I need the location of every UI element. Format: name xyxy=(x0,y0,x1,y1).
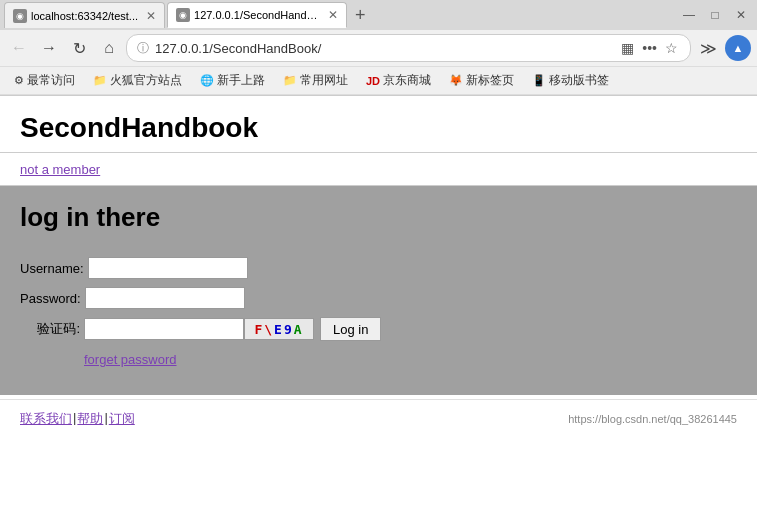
footer-sep-1: | xyxy=(73,410,76,428)
bookmark-mobile-label: 移动版书签 xyxy=(549,72,609,89)
footer-url: https://blog.csdn.net/qq_38261445 xyxy=(568,413,737,425)
password-label: Password: xyxy=(20,291,81,306)
bookmarks-bar: ⚙ 最常访问 📁 火狐官方站点 🌐 新手上路 📁 常用网址 JD 京东商城 🦊 … xyxy=(0,67,757,95)
captcha-char-1: F\ xyxy=(254,322,274,337)
new-user-icon: 🌐 xyxy=(200,74,214,87)
captcha-label: 验证码: xyxy=(20,320,80,338)
bookmark-star-icon[interactable]: ☆ xyxy=(663,38,680,58)
captcha-char-2: E9 xyxy=(274,322,294,337)
more-icon[interactable]: ••• xyxy=(640,38,659,58)
tab-2-favicon: ◉ xyxy=(176,8,190,22)
close-button[interactable]: ✕ xyxy=(729,3,753,27)
bookmark-firefox-official[interactable]: 📁 火狐官方站点 xyxy=(87,70,188,91)
tab-bar: ◉ localhost:63342/test... ✕ ◉ 127.0.0.1/… xyxy=(0,0,757,30)
forward-button[interactable]: → xyxy=(36,35,62,61)
footer-link-contact[interactable]: 联系我们 xyxy=(20,410,72,428)
tab-1-close[interactable]: ✕ xyxy=(146,9,156,23)
firefox-icon: 📁 xyxy=(93,74,107,87)
bookmark-common-urls-label: 常用网址 xyxy=(300,72,348,89)
page-title: SecondHandbook xyxy=(20,112,737,144)
tab-1[interactable]: ◉ localhost:63342/test... ✕ xyxy=(4,2,165,28)
username-label: Username: xyxy=(20,261,84,276)
address-box[interactable]: ⓘ 127.0.0.1/SecondHandBook/ ▦ ••• ☆ xyxy=(126,34,691,62)
profile-avatar[interactable]: ▲ xyxy=(725,35,751,61)
browser-chrome: ◉ localhost:63342/test... ✕ ◉ 127.0.0.1/… xyxy=(0,0,757,96)
not-member-link[interactable]: not a member xyxy=(20,162,100,177)
maximize-button[interactable]: □ xyxy=(703,3,727,27)
back-button[interactable]: ← xyxy=(6,35,32,61)
bookmark-most-visited[interactable]: ⚙ 最常访问 xyxy=(8,70,81,91)
reload-button[interactable]: ↻ xyxy=(66,35,92,61)
most-visited-icon: ⚙ xyxy=(14,74,24,87)
bookmark-common-urls[interactable]: 📁 常用网址 xyxy=(277,70,354,91)
jd-icon: JD xyxy=(366,75,380,87)
password-row: Password: xyxy=(20,287,737,309)
mobile-icon: 📱 xyxy=(532,74,546,87)
login-form: Username: Password: 验证码: F\E9 A Log in f… xyxy=(20,257,737,379)
minimize-button[interactable]: — xyxy=(677,3,701,27)
common-urls-icon: 📁 xyxy=(283,74,297,87)
bookmark-firefox-label: 火狐官方站点 xyxy=(110,72,182,89)
address-text: 127.0.0.1/SecondHandBook/ xyxy=(155,41,613,56)
forget-password-link[interactable]: forget password xyxy=(84,352,177,367)
secure-icon: ⓘ xyxy=(137,40,149,57)
forget-password-row: forget password xyxy=(84,349,737,369)
login-section: log in there Username: Password: 验证码: F\… xyxy=(0,186,757,395)
username-row: Username: xyxy=(20,257,737,279)
bookmark-most-visited-label: 最常访问 xyxy=(27,72,75,89)
footer-link-subscribe[interactable]: 订阅 xyxy=(109,410,135,428)
tab-2-title: 127.0.0.1/SecondHandb... xyxy=(194,9,320,21)
bookmark-new-tab-label: 新标签页 xyxy=(466,72,514,89)
captcha-image: F\E9 A xyxy=(244,318,314,340)
login-heading: log in there xyxy=(20,202,737,233)
page-footer: 联系我们 | 帮助 | 订阅 https://blog.csdn.net/qq_… xyxy=(0,399,757,438)
captcha-row: 验证码: F\E9 A Log in xyxy=(20,317,737,341)
bookmark-jd[interactable]: JD 京东商城 xyxy=(360,70,437,91)
page-nav: not a member xyxy=(0,153,757,186)
tab-1-title: localhost:63342/test... xyxy=(31,10,138,22)
address-bar-row: ← → ↻ ⌂ ⓘ 127.0.0.1/SecondHandBook/ ▦ ••… xyxy=(0,30,757,67)
bookmark-new-tab[interactable]: 🦊 新标签页 xyxy=(443,70,520,91)
address-icons: ▦ ••• ☆ xyxy=(619,38,680,58)
footer-link-help[interactable]: 帮助 xyxy=(77,410,103,428)
new-tab-icon: 🦊 xyxy=(449,74,463,87)
tab-2-close[interactable]: ✕ xyxy=(328,8,338,22)
bookmark-jd-label: 京东商城 xyxy=(383,72,431,89)
new-tab-button[interactable]: + xyxy=(349,2,372,28)
tab-1-favicon: ◉ xyxy=(13,9,27,23)
login-button[interactable]: Log in xyxy=(320,317,381,341)
tab-2[interactable]: ◉ 127.0.0.1/SecondHandb... ✕ xyxy=(167,2,347,28)
username-input[interactable] xyxy=(88,257,248,279)
home-button[interactable]: ⌂ xyxy=(96,35,122,61)
extensions-button[interactable]: ≫ xyxy=(695,35,721,61)
qr-icon[interactable]: ▦ xyxy=(619,38,636,58)
footer-sep-2: | xyxy=(104,410,107,428)
footer-links: 联系我们 | 帮助 | 订阅 xyxy=(20,410,135,428)
window-controls: — □ ✕ xyxy=(677,3,753,27)
captcha-char-3: A xyxy=(294,322,304,337)
password-input[interactable] xyxy=(85,287,245,309)
page-content: SecondHandbook not a member log in there… xyxy=(0,96,757,456)
page-header: SecondHandbook xyxy=(0,96,757,153)
captcha-input[interactable] xyxy=(84,318,244,340)
bookmark-new-user[interactable]: 🌐 新手上路 xyxy=(194,70,271,91)
bookmark-new-user-label: 新手上路 xyxy=(217,72,265,89)
bookmark-mobile[interactable]: 📱 移动版书签 xyxy=(526,70,615,91)
